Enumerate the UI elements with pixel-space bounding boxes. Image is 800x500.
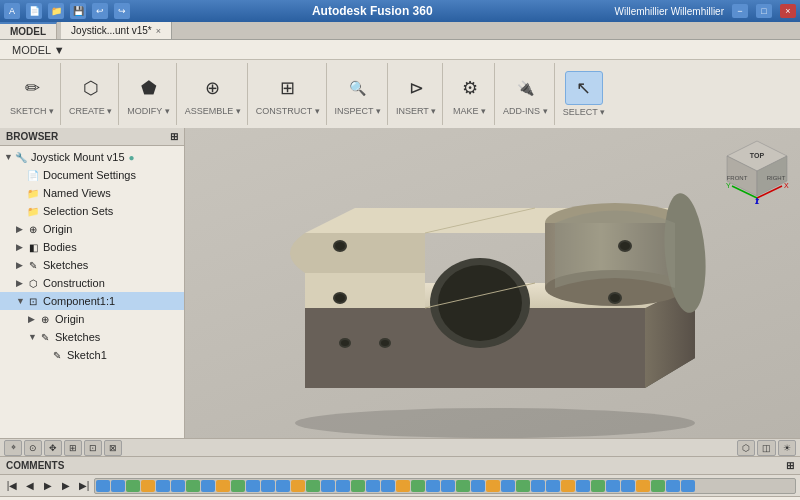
timeline-item-36[interactable] bbox=[636, 480, 650, 492]
tree-item-7[interactable]: ▶ ⬡ Construction bbox=[0, 274, 184, 292]
timeline-item-4[interactable] bbox=[156, 480, 170, 492]
timeline-item-34[interactable] bbox=[606, 480, 620, 492]
timeline-item-3[interactable] bbox=[141, 480, 155, 492]
timeline-item-5[interactable] bbox=[171, 480, 185, 492]
save-icon[interactable]: 💾 bbox=[70, 3, 86, 19]
undo-icon[interactable]: ↩ bbox=[92, 3, 108, 19]
viewport[interactable]: TOP FRONT RIGHT X Y Z bbox=[185, 128, 800, 438]
timeline-item-1[interactable] bbox=[111, 480, 125, 492]
timeline-item-38[interactable] bbox=[666, 480, 680, 492]
timeline-item-14[interactable] bbox=[306, 480, 320, 492]
timeline-item-13[interactable] bbox=[291, 480, 305, 492]
nav-visual-btn[interactable]: ◫ bbox=[757, 440, 776, 456]
timeline-item-7[interactable] bbox=[201, 480, 215, 492]
timeline-item-31[interactable] bbox=[561, 480, 575, 492]
minimize-button[interactable]: − bbox=[732, 4, 748, 18]
construct-button[interactable]: ⊞ bbox=[270, 72, 306, 104]
workspace-tab-model[interactable]: MODEL bbox=[0, 22, 57, 39]
app-title: Autodesk Fusion 360 bbox=[312, 4, 433, 18]
insert-button[interactable]: ⊳ bbox=[398, 72, 434, 104]
tree-item-10[interactable]: ▼ ✎ Sketches bbox=[0, 328, 184, 346]
timeline-track[interactable] bbox=[94, 478, 796, 494]
tree-item-0[interactable]: ▼ 🔧 Joystick Mount v15 ● bbox=[0, 148, 184, 166]
timeline-play[interactable]: ▶ bbox=[40, 478, 56, 494]
timeline-item-10[interactable] bbox=[246, 480, 260, 492]
redo-icon[interactable]: ↪ bbox=[114, 3, 130, 19]
timeline-item-22[interactable] bbox=[426, 480, 440, 492]
nav-zoomfit-btn[interactable]: ⊡ bbox=[84, 440, 102, 456]
addins-button[interactable]: 🔌 bbox=[507, 72, 543, 104]
timeline-item-11[interactable] bbox=[261, 480, 275, 492]
nav-zoom-btn[interactable]: ⊞ bbox=[64, 440, 82, 456]
modify-button[interactable]: ⬟ bbox=[131, 72, 167, 104]
tree-item-4[interactable]: ▶ ⊕ Origin bbox=[0, 220, 184, 238]
bottom-nav-bar: ⌖ ⊙ ✥ ⊞ ⊡ ⊠ ⬡ ◫ ☀ bbox=[0, 438, 800, 456]
timeline-back-start[interactable]: |◀ bbox=[4, 478, 20, 494]
timeline-item-27[interactable] bbox=[501, 480, 515, 492]
timeline-item-16[interactable] bbox=[336, 480, 350, 492]
open-icon[interactable]: 📁 bbox=[48, 3, 64, 19]
timeline-item-24[interactable] bbox=[456, 480, 470, 492]
nav-pan-btn[interactable]: ✥ bbox=[44, 440, 62, 456]
close-button[interactable]: × bbox=[780, 4, 796, 18]
tree-item-2[interactable]: 📁 Named Views bbox=[0, 184, 184, 202]
timeline-item-12[interactable] bbox=[276, 480, 290, 492]
timeline-item-18[interactable] bbox=[366, 480, 380, 492]
modify-label: MODIFY ▾ bbox=[127, 106, 169, 116]
timeline-item-37[interactable] bbox=[651, 480, 665, 492]
timeline-item-9[interactable] bbox=[231, 480, 245, 492]
tree-item-11[interactable]: ✎ Sketch1 bbox=[0, 346, 184, 364]
new-icon[interactable]: 📄 bbox=[26, 3, 42, 19]
timeline-item-21[interactable] bbox=[411, 480, 425, 492]
comments-expand[interactable]: ⊞ bbox=[786, 460, 794, 471]
select-button[interactable]: ↖ bbox=[565, 71, 603, 105]
nav-cube[interactable]: TOP FRONT RIGHT X Y Z bbox=[722, 136, 792, 206]
tree-item-8[interactable]: ▼ ⊡ Component1:1 bbox=[0, 292, 184, 310]
timeline-item-23[interactable] bbox=[441, 480, 455, 492]
create-button[interactable]: ⬡ bbox=[73, 72, 109, 104]
ribbon-group-assemble: ⊕ ASSEMBLE ▾ bbox=[179, 63, 248, 125]
file-tab-close[interactable]: × bbox=[156, 26, 161, 36]
tree-item-6[interactable]: ▶ ✎ Sketches bbox=[0, 256, 184, 274]
timeline-item-32[interactable] bbox=[576, 480, 590, 492]
tree-item-3[interactable]: 📁 Selection Sets bbox=[0, 202, 184, 220]
timeline-item-25[interactable] bbox=[471, 480, 485, 492]
timeline-item-28[interactable] bbox=[516, 480, 530, 492]
select-icon: ↖ bbox=[570, 74, 598, 102]
timeline-item-20[interactable] bbox=[396, 480, 410, 492]
tree-item-9[interactable]: ▶ ⊕ Origin bbox=[0, 310, 184, 328]
browser-expand-icon[interactable]: ⊞ bbox=[170, 131, 178, 142]
sketch-button[interactable]: ✏ bbox=[14, 72, 50, 104]
timeline-item-2[interactable] bbox=[126, 480, 140, 492]
timeline-item-8[interactable] bbox=[216, 480, 230, 492]
nav-perspective-btn[interactable]: ⬡ bbox=[737, 440, 755, 456]
timeline-item-35[interactable] bbox=[621, 480, 635, 492]
assemble-button[interactable]: ⊕ bbox=[195, 72, 231, 104]
timeline-item-17[interactable] bbox=[351, 480, 365, 492]
timeline-step-fwd[interactable]: ▶ bbox=[58, 478, 74, 494]
file-tab-0[interactable]: Joystick...unt v15* × bbox=[61, 22, 172, 39]
nav-zoomsel-btn[interactable]: ⊠ bbox=[104, 440, 122, 456]
inspect-button[interactable]: 🔍 bbox=[340, 72, 376, 104]
timeline-fwd-end[interactable]: ▶| bbox=[76, 478, 92, 494]
svg-text:TOP: TOP bbox=[750, 152, 765, 159]
tree-item-1[interactable]: 📄 Document Settings bbox=[0, 166, 184, 184]
make-button[interactable]: ⚙ bbox=[452, 72, 488, 104]
tree-node-icon: ✎ bbox=[26, 258, 40, 272]
nav-environment-btn[interactable]: ☀ bbox=[778, 440, 796, 456]
tree-item-5[interactable]: ▶ ◧ Bodies bbox=[0, 238, 184, 256]
timeline-item-26[interactable] bbox=[486, 480, 500, 492]
nav-home-btn[interactable]: ⌖ bbox=[4, 440, 22, 456]
timeline-item-29[interactable] bbox=[531, 480, 545, 492]
menu-model[interactable]: MODEL ▼ bbox=[4, 42, 73, 58]
timeline-item-6[interactable] bbox=[186, 480, 200, 492]
maximize-button[interactable]: □ bbox=[756, 4, 772, 18]
timeline-item-0[interactable] bbox=[96, 480, 110, 492]
timeline-item-33[interactable] bbox=[591, 480, 605, 492]
timeline-item-19[interactable] bbox=[381, 480, 395, 492]
timeline-item-30[interactable] bbox=[546, 480, 560, 492]
timeline-item-15[interactable] bbox=[321, 480, 335, 492]
timeline-step-back[interactable]: ◀ bbox=[22, 478, 38, 494]
nav-orbit-btn[interactable]: ⊙ bbox=[24, 440, 42, 456]
timeline-item-39[interactable] bbox=[681, 480, 695, 492]
